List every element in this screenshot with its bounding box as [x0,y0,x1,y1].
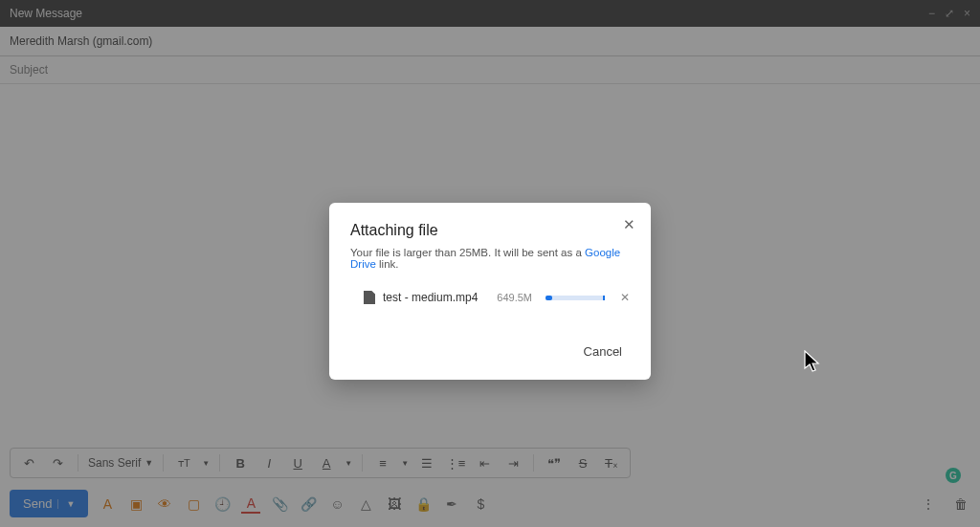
recipient-field[interactable]: Meredith Marsh (gmail.com) [0,27,980,56]
text-color-icon[interactable]: A [316,452,337,473]
undo-icon[interactable]: ↶ [18,452,39,473]
numbered-list-icon[interactable]: ☰ [416,452,437,473]
file-icon [364,291,375,304]
italic-icon[interactable]: I [258,452,279,473]
cancel-button[interactable]: Cancel [576,339,630,364]
upload-progress-bar [546,296,605,300]
indent-less-icon[interactable]: ⇤ [474,452,495,473]
remove-formatting-icon[interactable]: Tₓ [601,452,622,473]
modal-title: Attaching file [350,222,630,239]
caret-down-icon: ▼ [345,459,352,468]
subject-field[interactable]: Subject [0,56,980,84]
attaching-file-modal: ✕ Attaching file Your file is larger tha… [329,203,651,380]
send-options-caret-icon[interactable]: ▼ [57,499,75,509]
upload-file-row: test - medium.mp4 649.5M ✕ [350,291,630,304]
modal-message: Your file is larger than 25MB. It will b… [350,247,630,270]
insert-signature-icon[interactable]: ✒ [442,494,461,514]
upload-progress-fill [546,296,552,300]
strikethrough-icon[interactable]: S [572,452,593,473]
visibility-icon[interactable]: 👁 [155,494,174,514]
more-options-icon[interactable]: ⋮ [919,494,938,514]
caret-down-icon: ▼ [202,459,210,468]
font-size-icon[interactable]: ᴛT [173,452,194,473]
insert-photo-icon[interactable]: 🖼 [385,494,404,514]
indent-more-icon[interactable]: ⇥ [502,452,523,473]
discard-draft-icon[interactable]: 🗑 [951,494,970,514]
quote-icon[interactable]: ❝❞ [544,452,565,473]
cancel-upload-icon[interactable]: ✕ [620,291,630,304]
compose-titlebar: New Message − ⤢ × [0,0,980,27]
close-icon[interactable]: × [964,7,970,20]
bold-icon[interactable]: B [230,452,251,473]
caret-down-icon: ▼ [401,459,409,468]
insert-emoji-icon[interactable]: ☺ [327,494,346,514]
subject-placeholder: Subject [10,63,48,77]
snippet-icon[interactable]: ▢ [184,494,203,514]
bulleted-list-icon[interactable]: ⋮≡ [445,452,466,473]
text-format-icon[interactable]: A [241,494,260,514]
align-icon[interactable]: ≡ [372,452,393,473]
upload-file-size: 649.5M [497,292,532,303]
attach-file-icon[interactable]: 📎 [270,494,289,514]
formatting-toolbar: ↶ ↷ Sans Serif ▼ ᴛT ▼ B I U A ▼ ≡ ▼ ☰ ⋮≡… [10,448,631,478]
minimize-icon[interactable]: − [928,7,935,20]
upload-file-name: test - medium.mp4 [383,291,489,304]
formatting-options-icon[interactable]: A [98,494,117,514]
grammarly-icon[interactable]: G [946,468,961,483]
modal-close-icon[interactable]: ✕ [623,216,635,233]
underline-icon[interactable]: U [287,452,308,473]
send-button[interactable]: Send ▼ [10,490,88,517]
font-family-selector[interactable]: Sans Serif ▼ [88,456,153,470]
redo-icon[interactable]: ↷ [47,452,68,473]
schedule-icon[interactable]: 🕘 [212,494,232,514]
caret-down-icon: ▼ [145,458,153,468]
insert-drive-icon[interactable]: △ [356,494,375,514]
compose-bottombar: Send ▼ A ▣ 👁 ▢ 🕘 A 📎 🔗 ☺ △ 🖼 🔒 ✒ $ ⋮ 🗑 [0,484,980,527]
insert-link-icon[interactable]: 🔗 [299,494,318,514]
window-title: New Message [10,7,82,20]
recipient-chip[interactable]: Meredith Marsh (gmail.com) [10,34,152,48]
video-icon[interactable]: ▣ [126,494,145,514]
confidential-mode-icon[interactable]: 🔒 [413,494,433,514]
insert-money-icon[interactable]: $ [471,494,490,514]
pop-out-icon[interactable]: ⤢ [945,7,954,20]
